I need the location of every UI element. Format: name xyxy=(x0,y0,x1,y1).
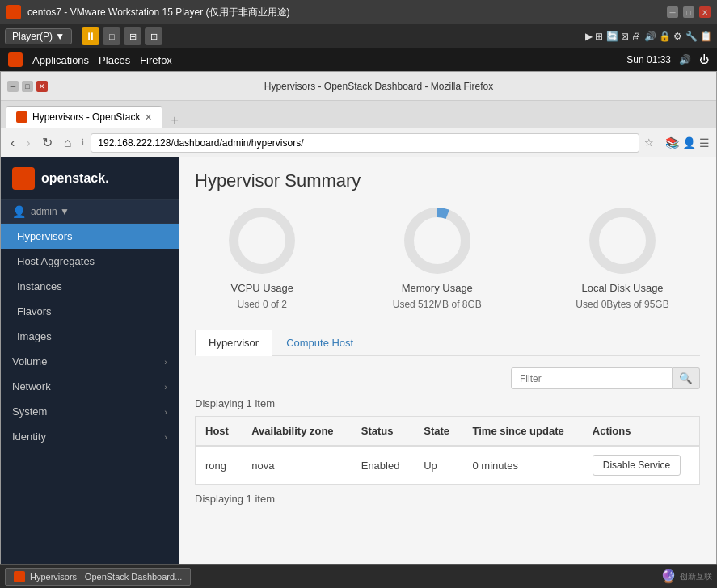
home-btn[interactable]: ⌂ xyxy=(61,134,75,152)
sidebar-item-flavors[interactable]: Flavors xyxy=(1,299,179,324)
bookmark-star[interactable]: ☆ xyxy=(644,136,654,149)
disk-donut xyxy=(586,204,659,277)
openstack-logo-icon xyxy=(12,167,35,190)
svg-point-2 xyxy=(409,212,466,269)
col-time: Time since update xyxy=(463,417,583,447)
disk-sublabel: Used 0Bytes of 95GB xyxy=(576,299,668,310)
tab-label: Hypervisors - OpenStack xyxy=(32,111,140,123)
maximize-btn[interactable]: □ xyxy=(683,6,694,18)
memory-donut xyxy=(401,204,474,277)
cell-actions: Disable Service xyxy=(583,446,700,485)
taskbar-tab-label: Hypervisors - OpenStack Dashboard... xyxy=(30,572,182,582)
vm-title: centos7 - VMware Workstation 15 Player (… xyxy=(27,6,290,19)
firefox-menu[interactable]: Firefox xyxy=(140,54,172,66)
cell-time: 0 minutes xyxy=(463,446,583,485)
col-state: State xyxy=(414,417,462,447)
back-btn[interactable]: ‹ xyxy=(7,134,18,152)
tab-hypervisor[interactable]: Hypervisor xyxy=(195,330,272,356)
tab-close-btn[interactable]: ✕ xyxy=(145,112,152,123)
sidebar-item-hypervisors[interactable]: Hypervisors xyxy=(1,224,179,249)
table-row: rong nova Enabled Up 0 minutes Disable S… xyxy=(196,446,700,485)
new-tab-btn[interactable]: + xyxy=(166,113,183,128)
disable-service-btn[interactable]: Disable Service xyxy=(593,455,681,476)
identity-expand-arrow: › xyxy=(164,432,167,442)
hypervisors-table: Host Availability zone Status State Time… xyxy=(195,416,700,485)
ssl-icon: ℹ xyxy=(79,137,86,148)
taskbar-browser-tab[interactable]: Hypervisors - OpenStack Dashboard... xyxy=(5,568,191,586)
tab-favicon xyxy=(16,111,27,123)
sidebar-item-volume[interactable]: Volume › xyxy=(1,349,179,374)
vm-btn3[interactable]: ⊡ xyxy=(145,27,162,45)
filter-input[interactable] xyxy=(511,368,673,389)
sidebar: openstack. 👤 admin ▼ Hypervisors Host Ag… xyxy=(1,158,179,587)
vcpu-label: VCPU Usage xyxy=(231,282,293,294)
sidebar-item-host-aggregates[interactable]: Host Aggregates xyxy=(1,249,179,274)
browser-content: openstack. 👤 admin ▼ Hypervisors Host Ag… xyxy=(1,158,716,587)
tab-compute-host[interactable]: Compute Host xyxy=(272,330,367,356)
memory-label: Memory Usage xyxy=(402,282,473,294)
profile-icon[interactable]: 👤 xyxy=(682,136,696,149)
toolbar-right-icons: ▶ ⊞ 🔄 ⊠ 🖨 🔊 🔒 ⚙ 🔧 📋 xyxy=(585,31,712,42)
cell-status: Enabled xyxy=(352,446,415,485)
charts-row: VCPU Usage Used 0 of 2 Memory Usage Used… xyxy=(195,204,700,310)
filter-row: 🔍 xyxy=(195,368,700,389)
vm-titlebar: centos7 - VMware Workstation 15 Player (… xyxy=(0,0,717,24)
browser-tab-active[interactable]: Hypervisors - OpenStack ✕ xyxy=(6,106,162,128)
clock: Sun 01:33 xyxy=(626,54,671,65)
sidebar-item-instances[interactable]: Instances xyxy=(1,274,179,299)
watermark-text: 创新互联 xyxy=(680,571,712,582)
places-menu[interactable]: Places xyxy=(99,54,130,66)
content-tabs: Hypervisor Compute Host xyxy=(195,330,700,356)
page-title: Hypervisor Summary xyxy=(195,170,700,191)
vm-btn1[interactable]: □ xyxy=(103,27,120,45)
url-input[interactable] xyxy=(91,133,639,153)
memory-chart: Memory Usage Used 512MB of 8GB xyxy=(393,204,482,310)
disk-chart: Local Disk Usage Used 0Bytes of 95GB xyxy=(576,204,668,310)
sidebar-item-images[interactable]: Images xyxy=(1,324,179,349)
minimize-btn[interactable]: ─ xyxy=(667,6,678,18)
displaying-count-bottom: Displaying 1 item xyxy=(195,493,700,505)
browser-close[interactable]: ✕ xyxy=(36,81,48,92)
sidebar-item-network[interactable]: Network › xyxy=(1,374,179,399)
table-header-row: Host Availability zone Status State Time… xyxy=(196,417,700,447)
watermark-icon: 🔮 xyxy=(660,569,677,584)
forward-btn[interactable]: › xyxy=(23,134,33,152)
browser-title: Hypervisors - OpenStack Dashboard - Mozi… xyxy=(48,81,710,92)
svg-point-0 xyxy=(234,212,290,269)
sidebar-item-identity[interactable]: Identity › xyxy=(1,424,179,449)
pause-btn[interactable]: ⏸ xyxy=(82,27,99,45)
browser-minimize[interactable]: ─ xyxy=(7,81,19,92)
menu-icon[interactable]: ☰ xyxy=(699,136,710,149)
openstack-logo-text: openstack. xyxy=(41,171,109,186)
sidebar-item-system[interactable]: System › xyxy=(1,399,179,424)
vcpu-sublabel: Used 0 of 2 xyxy=(238,299,287,310)
vcpu-chart: VCPU Usage Used 0 of 2 xyxy=(226,204,298,310)
browser-maximize[interactable]: □ xyxy=(22,81,33,92)
network-expand-arrow: › xyxy=(164,382,167,392)
browser-titlebar: ─ □ ✕ Hypervisors - OpenStack Dashboard … xyxy=(1,72,716,101)
system-expand-arrow: › xyxy=(164,407,167,417)
main-panel: Hypervisor Summary VCPU Usage Used 0 of … xyxy=(179,158,716,587)
col-az: Availability zone xyxy=(242,417,352,447)
close-btn[interactable]: ✕ xyxy=(699,6,711,18)
svg-point-4 xyxy=(594,212,651,269)
cell-az: nova xyxy=(242,446,352,485)
displaying-count-top: Displaying 1 item xyxy=(195,397,700,410)
disk-label: Local Disk Usage xyxy=(581,282,663,294)
cell-state: Up xyxy=(414,446,462,485)
volume-icon[interactable]: 🔊 xyxy=(679,54,691,65)
applications-menu[interactable]: Applications xyxy=(32,54,89,66)
vm-icon xyxy=(6,5,21,19)
gnome-app-icon xyxy=(8,52,23,67)
filter-search-btn[interactable]: 🔍 xyxy=(673,368,700,389)
power-icon[interactable]: ⏻ xyxy=(699,54,709,65)
library-icon[interactable]: 📚 xyxy=(665,136,679,149)
taskbar-favicon xyxy=(14,571,25,582)
col-status: Status xyxy=(352,417,415,447)
vm-btn2[interactable]: ⊞ xyxy=(124,27,141,45)
player-menu[interactable]: Player(P) ▼ xyxy=(5,28,72,44)
watermark: 🔮 创新互联 xyxy=(660,569,712,584)
reload-btn[interactable]: ↻ xyxy=(39,133,56,152)
vm-toolbar: Player(P) ▼ ⏸ □ ⊞ ⊡ ▶ ⊞ 🔄 ⊠ 🖨 🔊 🔒 ⚙ 🔧 📋 xyxy=(0,24,717,48)
admin-dropdown[interactable]: 👤 admin ▼ xyxy=(1,200,179,224)
